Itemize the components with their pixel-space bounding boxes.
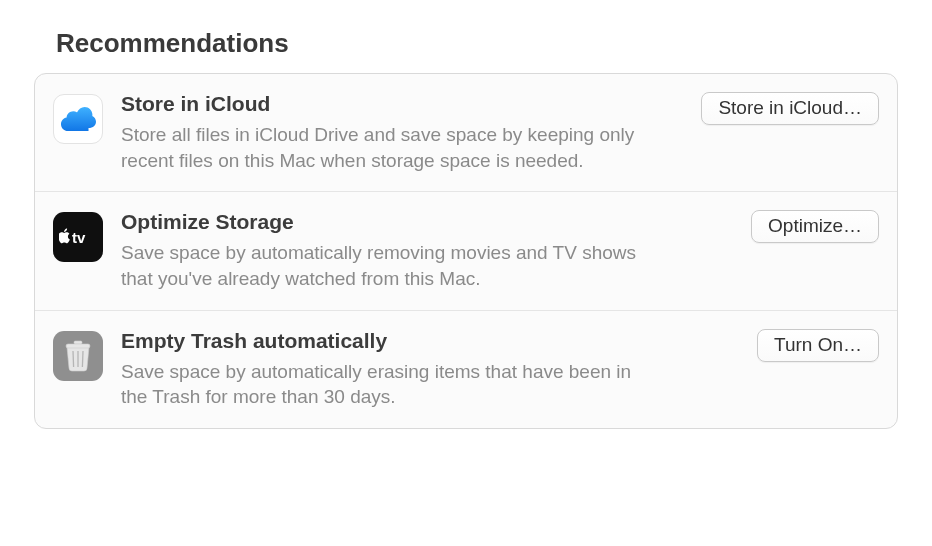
svg-text:tv: tv (72, 229, 86, 246)
trash-icon (53, 331, 103, 381)
recommendation-row-trash: Empty Trash automatically Save space by … (35, 310, 897, 428)
icloud-icon (53, 94, 103, 144)
row-text: Store in iCloud Store all files in iClou… (121, 92, 701, 173)
section-title: Recommendations (56, 28, 898, 59)
recommendations-panel: Store in iCloud Store all files in iClou… (34, 73, 898, 429)
recommendation-row-icloud: Store in iCloud Store all files in iClou… (35, 74, 897, 191)
svg-line-5 (82, 351, 83, 367)
apple-tv-icon: tv (53, 212, 103, 262)
svg-rect-2 (66, 344, 90, 348)
row-title: Optimize Storage (121, 210, 739, 234)
svg-rect-1 (74, 341, 82, 344)
row-title: Store in iCloud (121, 92, 689, 116)
row-text: Optimize Storage Save space by automatic… (121, 210, 751, 291)
row-description: Store all files in iCloud Drive and save… (121, 122, 661, 173)
store-in-icloud-button[interactable]: Store in iCloud… (701, 92, 879, 125)
row-title: Empty Trash automatically (121, 329, 745, 353)
turn-on-button[interactable]: Turn On… (757, 329, 879, 362)
recommendation-row-optimize: tv Optimize Storage Save space by automa… (35, 191, 897, 309)
row-description: Save space by automatically erasing item… (121, 359, 661, 410)
row-text: Empty Trash automatically Save space by … (121, 329, 757, 410)
optimize-button[interactable]: Optimize… (751, 210, 879, 243)
svg-line-3 (73, 351, 74, 367)
row-description: Save space by automatically removing mov… (121, 240, 661, 291)
